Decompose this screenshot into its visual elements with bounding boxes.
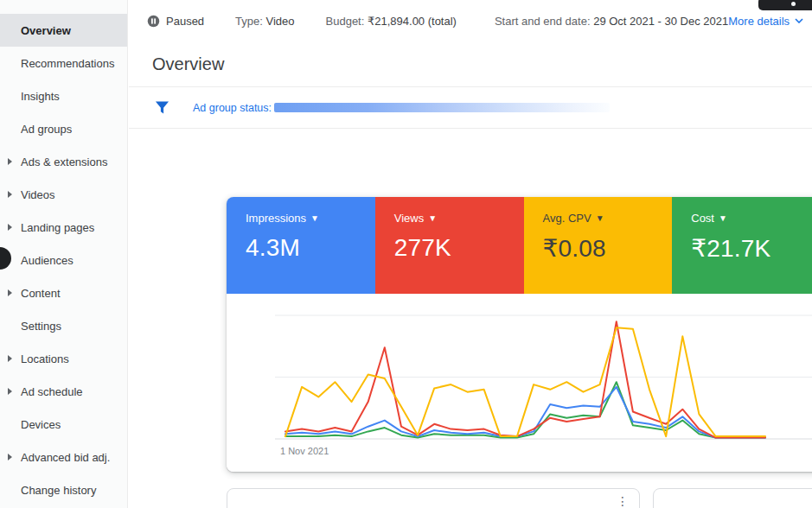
google-ads-overview-screen: Overview Recommendations Insights Ad gro… [0, 0, 812, 508]
filter-bar: Ad group status: [129, 87, 812, 129]
sidebar-item-ads-extensions[interactable]: Ads & extensions [0, 145, 127, 178]
sidebar-item-label: Recommendations [21, 57, 114, 70]
sidebar-item-locations[interactable]: Locations [0, 342, 127, 375]
performance-scorecard: Impressions ▼ 4.3M Views ▼ 277K Avg. CPV… [227, 197, 812, 472]
metric-selector-views[interactable]: Views ▼ [394, 212, 524, 225]
more-details-button[interactable]: More details [728, 15, 803, 28]
sidebar-item-label: Ad groups [21, 123, 72, 136]
metric-card-avg-cpv: Avg. CPV ▼ ₹0.08 [524, 197, 673, 294]
sidebar-item-label: Devices [21, 418, 61, 431]
expand-arrow-icon[interactable] [8, 158, 12, 165]
page-title: Overview [152, 54, 224, 74]
metric-selector-avg-cpv[interactable]: Avg. CPV ▼ [543, 212, 673, 225]
toast-dot-icon [791, 2, 796, 6]
campaign-status-label: Paused [166, 15, 204, 28]
sidebar-item-label: Advanced bid adj. [21, 451, 110, 464]
filter-value-redacted [274, 103, 610, 112]
filter-funnel-icon[interactable] [155, 100, 169, 115]
dropdown-caret-icon: ▼ [310, 213, 319, 223]
metric-value: 4.3M [246, 234, 375, 262]
metric-value: ₹0.08 [543, 234, 673, 263]
sidebar-item-label: Overview [21, 24, 71, 37]
sidebar-item-label: Landing pages [21, 221, 94, 234]
sidebar-nav: Overview Recommendations Insights Ad gro… [0, 0, 128, 508]
more-details-label: More details [728, 15, 790, 28]
paused-icon [147, 15, 160, 28]
expand-arrow-icon[interactable] [8, 191, 12, 198]
sidebar-item-videos[interactable]: Videos [0, 178, 127, 211]
metric-value: 277K [394, 234, 524, 262]
metric-label: Impressions [246, 212, 306, 225]
metric-label: Views [394, 212, 424, 225]
metric-row: Impressions ▼ 4.3M Views ▼ 277K Avg. CPV… [227, 197, 812, 294]
metric-label: Cost [691, 212, 714, 225]
campaign-status-chip[interactable]: Paused [147, 15, 204, 28]
dropdown-caret-icon: ▼ [428, 213, 437, 223]
sidebar-item-label: Audiences [21, 254, 74, 267]
filter-label: Ad group status: [193, 102, 272, 114]
campaign-type-value: Video [266, 15, 295, 28]
x-axis-start-label: 1 Nov 2021 [280, 446, 329, 456]
performance-line-chart: 1 Nov 2021 [227, 294, 812, 472]
sidebar-item-label: Videos [21, 188, 55, 201]
campaign-type-field: Type: Video [235, 15, 294, 28]
sidebar-item-settings[interactable]: Settings [0, 309, 127, 342]
sidebar-item-overview[interactable]: Overview [0, 14, 127, 47]
dropdown-caret-icon: ▼ [719, 213, 727, 223]
sidebar-item-label: Insights [21, 90, 60, 103]
sidebar-item-label: Locations [21, 352, 69, 365]
campaign-budget-value: ₹21,894.00 (total) [368, 15, 457, 28]
campaign-status-bar: Paused Type: Video Budget: ₹21,894.00 (t… [129, 0, 812, 42]
campaign-budget-label: Budget: [326, 15, 365, 28]
sidebar-item-label: Ads & extensions [21, 156, 107, 168]
sidebar-item-insights[interactable]: Insights [0, 79, 127, 112]
ad-group-status-filter-chip[interactable]: Ad group status: [193, 102, 610, 114]
metric-label: Avg. CPV [543, 212, 591, 225]
expand-arrow-icon[interactable] [8, 388, 12, 395]
sidebar-item-label: Content [21, 287, 61, 300]
bottom-card-left: ⋮ [227, 488, 640, 508]
expand-arrow-icon[interactable] [8, 355, 12, 362]
sidebar-item-change-history[interactable]: Change history [0, 473, 127, 506]
sidebar-item-label: Change history [21, 484, 96, 497]
sidebar-item-label: Ad schedule [21, 385, 83, 398]
campaign-budget-field: Budget: ₹21,894.00 (total) [326, 15, 457, 28]
sidebar-item-advanced-bid-adj[interactable]: Advanced bid adj. [0, 441, 127, 473]
bottom-card-right [653, 488, 812, 508]
campaign-dates-label: Start and end date: [495, 15, 591, 28]
expand-arrow-icon[interactable] [8, 289, 12, 296]
sidebar-item-recommendations[interactable]: Recommendations [0, 47, 127, 79]
dropdown-caret-icon: ▼ [596, 213, 604, 223]
campaign-dates-field: Start and end date: 29 Oct 2021 - 30 Dec… [495, 15, 728, 28]
campaign-type-label: Type: [235, 15, 263, 28]
metric-value: ₹21.7K [691, 234, 812, 263]
chart-line-views [285, 321, 765, 437]
notification-toast-partial [758, 0, 812, 10]
sidebar-item-audiences[interactable]: Audiences [0, 244, 127, 276]
expand-arrow-icon[interactable] [8, 224, 12, 231]
chevron-down-icon [795, 18, 803, 23]
page-header: Overview [129, 41, 812, 87]
sidebar-item-landing-pages[interactable]: Landing pages [0, 211, 127, 244]
metric-selector-cost[interactable]: Cost ▼ [691, 212, 812, 225]
expand-arrow-icon[interactable] [8, 454, 12, 460]
metric-card-views: Views ▼ 277K [375, 197, 524, 294]
metric-card-cost: Cost ▼ ₹21.7K [672, 197, 812, 294]
metric-card-impressions: Impressions ▼ 4.3M [227, 197, 375, 294]
sidebar-item-ad-schedule[interactable]: Ad schedule [0, 375, 127, 408]
more-options-icon[interactable]: ⋮ [617, 495, 629, 507]
campaign-dates-value: 29 Oct 2021 - 30 Dec 2021 [593, 15, 728, 28]
sidebar-item-content[interactable]: Content [0, 276, 127, 309]
metric-selector-impressions[interactable]: Impressions ▼ [246, 212, 375, 225]
sidebar-item-ad-groups[interactable]: Ad groups [0, 112, 127, 145]
sidebar-item-devices[interactable]: Devices [0, 408, 127, 441]
sidebar-item-label: Settings [21, 320, 61, 333]
